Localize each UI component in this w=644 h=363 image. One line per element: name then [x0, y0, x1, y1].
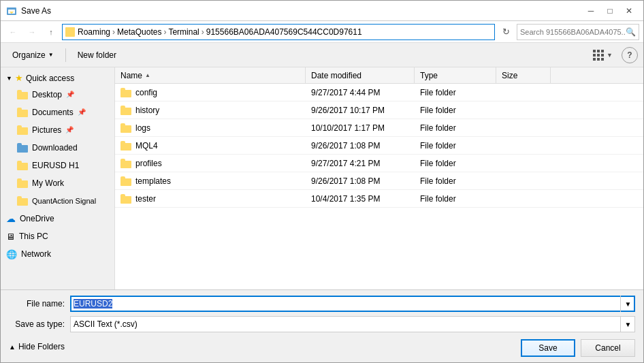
- svg-rect-6: [593, 54, 596, 57]
- quick-access-header[interactable]: ▼ ★ Quick access: [1, 70, 114, 86]
- quick-access-chevron-icon: ▼: [6, 75, 12, 82]
- savetype-dropdown-arrow[interactable]: ▼: [620, 316, 635, 332]
- breadcrumb-path[interactable]: Roaming › MetaQuotes › Terminal › 915566…: [62, 24, 495, 40]
- savetype-dropdown[interactable]: ASCII Text (*.csv): [70, 316, 635, 332]
- filename-combo: ▼: [70, 296, 635, 312]
- col-header-name[interactable]: Name ▲: [115, 67, 306, 83]
- svg-rect-10: [597, 58, 600, 61]
- view-button[interactable]: ▼: [590, 46, 616, 64]
- savetype-combo: ASCII Text (*.csv) ▼: [70, 316, 635, 332]
- filename-row: File name: ▼: [9, 296, 635, 312]
- col-size-label: Size: [502, 71, 517, 80]
- maximize-button[interactable]: □: [601, 4, 619, 18]
- dialog-title: Save As: [21, 6, 582, 16]
- new-folder-button[interactable]: New folder: [71, 46, 123, 64]
- table-row[interactable]: profiles 9/27/2017 4:21 PM File folder: [115, 155, 643, 172]
- sidebar-item-documents[interactable]: Documents 📌: [1, 104, 114, 121]
- new-folder-label: New folder: [78, 50, 116, 60]
- pin-icon-pictures: 📌: [65, 126, 74, 134]
- table-row[interactable]: logs 10/10/2017 1:17 PM File folder: [115, 119, 643, 137]
- file-name-cell: profiles: [115, 159, 306, 168]
- col-date-label: Date modified: [311, 71, 361, 80]
- pin-icon-desktop: 📌: [66, 91, 74, 99]
- row-folder-icon: [120, 123, 131, 133]
- up-button[interactable]: ↑: [43, 24, 59, 40]
- downloaded-folder-icon: [17, 143, 28, 153]
- file-list: Name ▲ Date modified Type Size config: [115, 67, 643, 289]
- file-type-cell: File folder: [415, 141, 496, 151]
- organize-chevron-icon: ▼: [48, 52, 54, 58]
- hide-folders-label: Hide Folders: [18, 342, 65, 351]
- file-type-cell: File folder: [415, 88, 496, 97]
- svg-rect-9: [593, 58, 596, 61]
- sidebar-item-quantaction[interactable]: QuantAction Signal: [1, 192, 114, 210]
- sidebar-item-downloaded[interactable]: Downloaded: [1, 139, 114, 157]
- network-icon: 🌐: [6, 249, 17, 259]
- file-name-cell: templates: [115, 176, 306, 186]
- computer-icon: 🖥: [6, 232, 15, 242]
- filename-dropdown-arrow[interactable]: ▼: [620, 296, 635, 312]
- file-type-cell: File folder: [415, 159, 496, 168]
- filename-input[interactable]: [70, 296, 635, 312]
- file-name-text: profiles: [135, 159, 162, 168]
- minimize-button[interactable]: ─: [582, 4, 600, 18]
- sidebar-onedrive-label: OneDrive: [20, 214, 54, 223]
- savetype-value: ASCII Text (*.csv): [74, 319, 138, 329]
- organize-button[interactable]: Organize ▼: [6, 46, 60, 64]
- bottom-section: File name: ▼ Save as type: ASCII Text (*…: [1, 289, 643, 362]
- sidebar-quantaction-label: QuantAction Signal: [32, 197, 96, 205]
- file-name-text: logs: [135, 123, 150, 133]
- documents-folder-icon: [17, 108, 28, 117]
- close-button[interactable]: ✕: [620, 4, 638, 18]
- filename-label: File name:: [9, 299, 70, 309]
- pin-icon-documents: 📌: [78, 108, 86, 116]
- search-input[interactable]: [520, 28, 626, 36]
- row-folder-icon: [120, 106, 131, 115]
- savetype-row: Save as type: ASCII Text (*.csv) ▼: [9, 316, 635, 332]
- dialog-icon: [6, 5, 17, 16]
- file-name-cell: history: [115, 106, 306, 115]
- sidebar-downloaded-label: Downloaded: [32, 143, 78, 153]
- cancel-label: Cancel: [595, 343, 620, 353]
- file-date-cell: 9/26/2017 1:08 PM: [306, 176, 415, 186]
- help-button[interactable]: ?: [622, 47, 638, 63]
- sidebar-item-eurusd[interactable]: EURUSD H1: [1, 157, 114, 174]
- breadcrumb-roaming: Roaming: [78, 27, 110, 37]
- sidebar-item-onedrive[interactable]: ☁ OneDrive: [1, 210, 114, 227]
- back-button[interactable]: ←: [5, 24, 21, 40]
- row-folder-icon: [120, 176, 131, 186]
- file-name-cell: logs: [115, 123, 306, 133]
- cancel-button[interactable]: Cancel: [581, 339, 635, 357]
- hide-folders-toggle[interactable]: ▲ Hide Folders: [9, 339, 65, 354]
- sidebar-item-network[interactable]: 🌐 Network: [1, 245, 114, 263]
- forward-button[interactable]: →: [24, 24, 40, 40]
- sidebar-item-pictures[interactable]: Pictures 📌: [1, 121, 114, 139]
- table-row[interactable]: MQL4 9/26/2017 1:08 PM File folder: [115, 137, 643, 155]
- table-row[interactable]: tester 10/4/2017 1:35 PM File folder: [115, 190, 643, 208]
- col-header-date[interactable]: Date modified: [306, 67, 415, 83]
- sidebar-mywork-label: My Work: [32, 178, 64, 188]
- sidebar-item-desktop[interactable]: Desktop 📌: [1, 86, 114, 104]
- svg-rect-3: [593, 50, 596, 52]
- refresh-button[interactable]: ↻: [498, 24, 514, 40]
- file-name-text: config: [135, 88, 157, 97]
- sidebar-network-label: Network: [21, 249, 51, 259]
- table-row[interactable]: config 9/27/2017 4:44 PM File folder: [115, 84, 643, 101]
- file-name-cell: tester: [115, 194, 306, 204]
- view-chevron-icon: ▼: [607, 52, 613, 59]
- save-button[interactable]: Save: [521, 339, 575, 357]
- table-row[interactable]: templates 9/26/2017 1:08 PM File folder: [115, 172, 643, 190]
- sort-arrow-icon: ▲: [145, 72, 150, 78]
- col-header-size[interactable]: Size: [496, 67, 551, 83]
- file-date-cell: 9/26/2017 1:08 PM: [306, 141, 415, 151]
- sidebar-item-mywork[interactable]: My Work: [1, 174, 114, 192]
- svg-rect-4: [597, 50, 600, 52]
- col-header-type[interactable]: Type: [415, 67, 496, 83]
- desktop-folder-icon: [17, 90, 28, 99]
- file-date-cell: 10/4/2017 1:35 PM: [306, 194, 415, 204]
- sidebar-item-thispc[interactable]: 🖥 This PC: [1, 227, 114, 245]
- breadcrumb-hash: 915566BA06ADA407569C544CC0D97611: [206, 27, 362, 37]
- pictures-folder-icon: [17, 125, 28, 135]
- table-row[interactable]: history 9/26/2017 10:17 PM File folder: [115, 101, 643, 119]
- search-box[interactable]: 🔍: [517, 24, 639, 40]
